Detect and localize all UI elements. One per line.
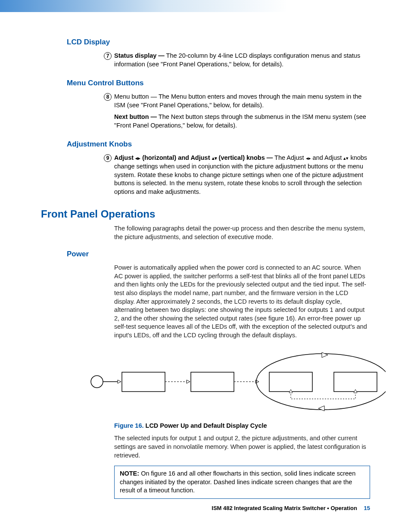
vertical-arrows-icon-2: ▴▾	[343, 156, 349, 161]
page-footer: ISM 482 Integrated Scaling Matrix Switch…	[212, 505, 370, 511]
heading-menu-control-buttons: Menu Control Buttons	[67, 79, 370, 87]
figure-16-caption: Figure 16. LCD Power Up and Default Disp…	[114, 422, 370, 429]
callout-8: 8	[104, 93, 112, 101]
adjust-lead-1: Adjust	[114, 154, 135, 161]
heading-adjustment-knobs: Adjustment Knobs	[67, 140, 370, 149]
svg-rect-6	[191, 372, 234, 392]
adjust-tail-2: and Adjust	[311, 154, 344, 161]
vertical-arrows-icon: ▴▾	[212, 156, 217, 161]
svg-point-0	[91, 376, 103, 388]
adjust-tail-1: The Adjust	[273, 154, 305, 161]
horizontal-arrows-icon: ◂▸	[135, 156, 140, 161]
power-paragraph-2: The selected inputs for output 1 and out…	[114, 434, 370, 460]
svg-rect-11	[334, 372, 377, 392]
figure-label: Figure 16.	[114, 422, 144, 429]
figure-16-diagram	[84, 347, 370, 418]
svg-marker-8	[255, 380, 259, 383]
adjust-lead-3: (vertical) knobs —	[217, 154, 273, 161]
svg-rect-3	[122, 372, 165, 392]
svg-marker-5	[187, 380, 190, 383]
front-panel-intro: The following paragraphs detail the powe…	[114, 224, 370, 241]
heading-front-panel-operations: Front Panel Operations	[41, 208, 370, 220]
svg-marker-2	[118, 380, 121, 383]
top-gradient-bar	[0, 0, 411, 12]
callout-9: 9	[104, 154, 112, 162]
horizontal-arrows-icon-2: ◂▸	[306, 156, 311, 161]
footer-text: ISM 482 Integrated Scaling Matrix Switch…	[212, 505, 357, 511]
page-content: LCD Display 7 Status display — The 20-co…	[0, 12, 411, 499]
power-paragraph-1: Power is automatically applied when the …	[114, 264, 370, 339]
item-menu-button: 8 Menu button — The Menu button enters a…	[114, 93, 370, 109]
svg-marker-13	[318, 406, 324, 411]
next-button-lead: Next button —	[114, 113, 157, 120]
callout-7: 7	[104, 52, 112, 60]
note-text: On figure 16 and all other flowcharts in…	[120, 470, 355, 494]
heading-power: Power	[67, 250, 370, 258]
note-label: NOTE:	[120, 470, 139, 477]
item-adjust-knobs: 9 Adjust ◂▸ (horizontal) and Adjust ▴▾ (…	[114, 154, 370, 196]
page-number: 15	[364, 505, 370, 511]
figure-title: LCD Power Up and Default Display Cycle	[144, 422, 267, 429]
svg-marker-12	[322, 352, 328, 358]
status-display-lead: Status display —	[114, 52, 165, 59]
heading-lcd-display: LCD Display	[67, 38, 370, 47]
adjust-lead-2: (horizontal) and Adjust	[140, 154, 212, 161]
item-next-button: Next button — The Next button steps thro…	[114, 113, 370, 130]
svg-rect-10	[269, 372, 312, 392]
menu-button-text: Menu button — The Menu button enters and…	[114, 93, 361, 109]
item-status-display: 7 Status display — The 20-column by 4-li…	[114, 52, 370, 68]
note-box: NOTE: On figure 16 and all other flowcha…	[114, 466, 370, 499]
